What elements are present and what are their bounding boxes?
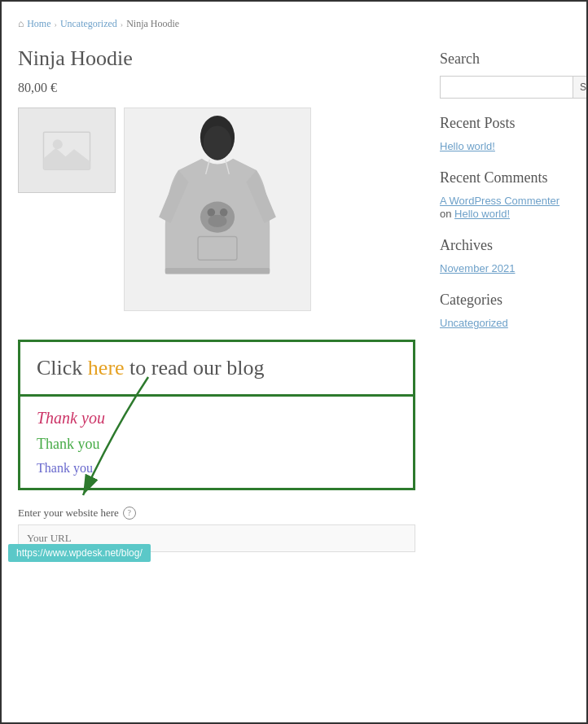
breadcrumb-home[interactable]: Home: [27, 18, 50, 30]
help-icon[interactable]: ?: [123, 507, 136, 520]
recent-post-1[interactable]: Hello world!: [440, 140, 495, 152]
breadcrumb-sep-2: ›: [121, 20, 123, 29]
category-1[interactable]: Uncategorized: [440, 317, 508, 329]
url-label: Enter your website here ?: [18, 507, 415, 520]
commenter-suffix: on: [440, 208, 454, 220]
breadcrumb-uncategorized[interactable]: Uncategorized: [60, 18, 117, 30]
comment-entry: A WordPress Commenter on Hello world!: [440, 195, 570, 221]
breadcrumb-current: Ninja Hoodie: [126, 18, 179, 30]
hoodie-svg: [140, 116, 295, 303]
product-area: Ninja Hoodie 80,00 €: [18, 46, 415, 552]
thankyou-blue: Thank you: [37, 461, 397, 476]
blog-cta-text: Click here to read our blog: [37, 354, 397, 382]
cta-text-before: Click: [37, 356, 88, 380]
product-main-image: [124, 108, 311, 311]
content-area: Ninja Hoodie 80,00 €: [18, 46, 570, 552]
svg-rect-10: [165, 268, 270, 274]
breadcrumb-sep-1: ›: [55, 20, 57, 29]
thankyou-section: Thank you Thank you Thank you: [18, 397, 415, 490]
thankyou-green: Thank you: [37, 436, 397, 453]
svg-point-1: [53, 139, 63, 149]
url-tooltip: https://www.wpdesk.net/blog/: [8, 544, 151, 562]
url-label-text: Enter your website here: [18, 507, 119, 520]
comment-post-link[interactable]: Hello world!: [454, 208, 510, 220]
recent-posts-title: Recent Posts: [440, 115, 570, 132]
blog-cta-box: Click here to read our blog: [18, 340, 415, 397]
sidebar-search-title: Search: [440, 50, 570, 68]
svg-point-5: [208, 208, 216, 217]
commenter-link[interactable]: A WordPress Commenter: [440, 195, 559, 207]
thankyou-red: Thank you: [37, 409, 397, 428]
archives-title: Archives: [440, 237, 570, 254]
sidebar: Search Search Recent Posts Hello world! …: [440, 46, 570, 552]
archive-1[interactable]: November 2021: [440, 262, 516, 274]
svg-point-3: [204, 125, 232, 160]
sidebar-search-section: Search Search: [440, 50, 570, 99]
cta-text-after: to read our blog: [125, 356, 265, 380]
categories-title: Categories: [440, 292, 570, 309]
product-title: Ninja Hoodie: [18, 46, 415, 71]
product-price: 80,00 €: [18, 81, 415, 95]
sidebar-recent-comments: Recent Comments A WordPress Commenter on…: [440, 169, 570, 221]
search-widget: Search: [440, 76, 570, 99]
svg-point-7: [208, 215, 227, 227]
sidebar-archives: Archives November 2021: [440, 237, 570, 275]
recent-comments-title: Recent Comments: [440, 169, 570, 186]
breadcrumb: ⌂ Home › Uncategorized › Ninja Hoodie: [18, 14, 570, 30]
sidebar-categories: Categories Uncategorized: [440, 292, 570, 330]
sidebar-recent-posts: Recent Posts Hello world!: [440, 115, 570, 153]
blog-here-link[interactable]: here: [88, 356, 125, 380]
search-button[interactable]: Search: [573, 76, 588, 99]
product-placeholder-image: [18, 108, 116, 193]
home-icon: ⌂: [18, 18, 24, 30]
svg-point-6: [220, 208, 228, 217]
search-input[interactable]: [440, 76, 573, 99]
